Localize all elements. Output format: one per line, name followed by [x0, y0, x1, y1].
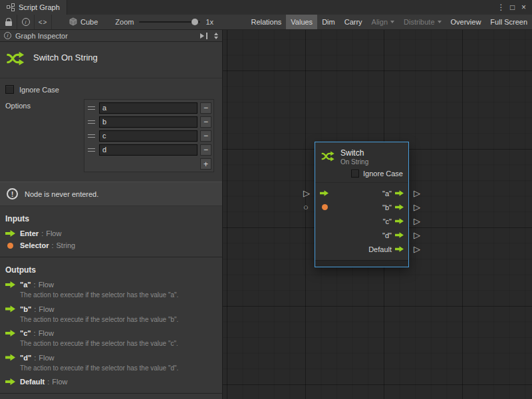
port-type: Flow [39, 305, 54, 313]
node-port-row: "c" ▷ [315, 214, 408, 228]
zoom-value: 1x [205, 18, 213, 26]
window-menu-button[interactable]: ⋮ [495, 1, 507, 13]
outer-input-port-triangle[interactable]: ▷ [303, 189, 310, 198]
graph-target[interactable]: Cube [64, 15, 103, 29]
enter-flow-port-icon[interactable] [320, 190, 329, 197]
flow-port-icon [5, 354, 15, 362]
port-name: Default [20, 378, 45, 386]
type-separator: : [34, 329, 36, 337]
selector-value-port-icon[interactable] [322, 204, 328, 210]
port-name: Selector [20, 241, 49, 249]
outer-output-port-triangle[interactable]: ▷ [414, 231, 420, 239]
port-type: Flow [52, 378, 67, 386]
options-section: Options − − − [0, 96, 222, 172]
carry-button-label: Carry [344, 18, 362, 26]
maximize-button[interactable]: □ [507, 1, 518, 13]
port-type: Flow [46, 229, 61, 237]
cube-icon [69, 17, 77, 27]
port-name: "c" [20, 329, 31, 337]
remove-option-button[interactable]: − [200, 116, 211, 128]
values-button[interactable]: Values [286, 15, 317, 29]
tab-label: Script Graph [19, 3, 60, 11]
flow-port-icon [5, 329, 15, 337]
output-item-a: "a" : Flow The action to execute if the … [0, 279, 222, 303]
switch-unit-icon [321, 149, 335, 165]
graph-canvas[interactable]: Switch On String Ignore Case "a" ▷ ▷ [223, 30, 532, 399]
remove-option-button[interactable]: − [200, 144, 211, 156]
flow-out-port-icon[interactable] [395, 204, 404, 211]
info-icon: i [4, 32, 11, 39]
outputs-header: Outputs [0, 257, 222, 279]
flow-port-icon [5, 281, 15, 289]
relations-button[interactable]: Relations [246, 15, 286, 29]
type-separator: : [47, 378, 49, 386]
node-port-row: Default ▷ [315, 242, 408, 256]
lock-button[interactable] [0, 15, 17, 29]
window-controls: ⋮ □ × [495, 0, 532, 15]
outer-output-port-triangle[interactable]: ▷ [414, 203, 420, 211]
full-screen-button-label: Full Screen [490, 18, 527, 26]
port-label: "d" [382, 231, 392, 239]
outer-input-port-circle[interactable]: ○ [303, 203, 309, 211]
drag-handle-icon[interactable] [88, 148, 95, 152]
distribute-dropdown[interactable]: Distribute [399, 15, 446, 29]
zoom-slider[interactable] [139, 21, 200, 23]
full-screen-button[interactable]: Full Screen [485, 15, 532, 29]
inspector-header-title: Graph Inspector [15, 32, 68, 40]
distribute-dropdown-label: Distribute [404, 18, 434, 26]
input-item-enter: Enter : Flow [0, 227, 222, 239]
tab-script-graph[interactable]: Script Graph [0, 0, 67, 15]
dock-panel-icon[interactable] [200, 33, 209, 39]
output-item-d: "d" : Flow The action to execute if the … [0, 352, 222, 376]
panel-spinner-icon[interactable] [214, 33, 218, 39]
outer-output-port-triangle[interactable]: ▷ [414, 189, 420, 198]
drag-handle-icon[interactable] [88, 134, 95, 138]
port-name: "b" [20, 305, 31, 313]
option-input[interactable] [99, 144, 198, 156]
remove-option-button[interactable]: − [200, 102, 211, 114]
flow-out-port-icon[interactable] [395, 232, 404, 239]
graph-inspector-panel: i Graph Inspector Switch On String [0, 30, 223, 399]
main-content: i Graph Inspector Switch On String [0, 30, 532, 399]
carry-button[interactable]: Carry [340, 15, 367, 29]
node-title: Switch [340, 148, 368, 158]
port-label: Default [368, 245, 392, 253]
drag-handle-icon[interactable] [88, 120, 95, 124]
add-option-button[interactable]: + [200, 158, 211, 170]
flow-out-port-icon[interactable] [395, 190, 404, 197]
port-description: The action to execute if the selector ha… [0, 364, 222, 376]
option-input[interactable] [99, 102, 198, 114]
switch-on-string-node[interactable]: Switch On String Ignore Case "a" ▷ ▷ [315, 142, 409, 267]
flow-out-port-icon[interactable] [395, 246, 404, 253]
ignore-case-checkbox[interactable] [5, 85, 14, 94]
overview-button-label: Overview [451, 18, 481, 26]
node-ignore-case-label: Ignore Case [363, 170, 403, 178]
node-ignore-case-checkbox[interactable] [351, 170, 359, 178]
outer-output-port-triangle[interactable]: ▷ [414, 217, 420, 225]
unit-title-block: Switch On String [0, 42, 222, 78]
switch-unit-icon [5, 49, 25, 70]
edit-graph-button[interactable]: <> [35, 15, 52, 29]
drag-handle-icon[interactable] [88, 106, 95, 110]
flow-port-icon [5, 378, 15, 386]
close-button[interactable]: × [518, 1, 529, 13]
output-item-c: "c" : Flow The action to execute if the … [0, 327, 222, 352]
zoom-slider-knob[interactable] [192, 19, 198, 25]
warning-box: ! Node is never entered. [0, 182, 222, 206]
graph-target-label: Cube [80, 18, 98, 26]
dim-button[interactable]: Dim [317, 15, 340, 29]
node-ignore-case-row: Ignore Case [315, 168, 408, 182]
flow-out-port-icon[interactable] [395, 218, 404, 225]
port-type: Flow [39, 329, 54, 337]
option-input[interactable] [99, 130, 198, 142]
inspector-toggle-button[interactable]: i [17, 15, 35, 29]
option-input[interactable] [99, 116, 198, 128]
lock-icon [5, 21, 12, 26]
value-port-icon [7, 243, 13, 249]
remove-option-button[interactable]: − [200, 130, 211, 142]
option-row: − [86, 130, 211, 142]
overview-button[interactable]: Overview [446, 15, 486, 29]
toolbar-buttons: Relations Values Dim Carry Align Distrib… [246, 15, 532, 29]
align-dropdown[interactable]: Align [367, 15, 399, 29]
outer-output-port-triangle[interactable]: ▷ [414, 245, 420, 253]
